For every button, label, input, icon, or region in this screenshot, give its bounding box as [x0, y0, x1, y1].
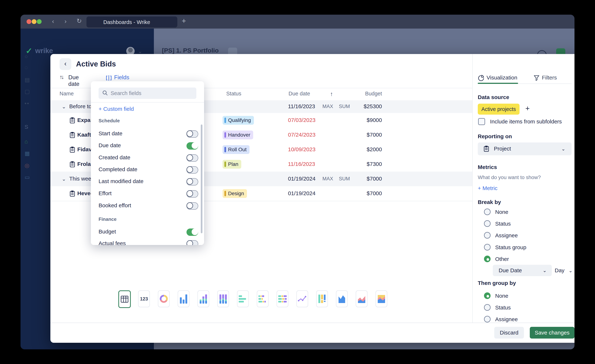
browser-forward-icon[interactable]: ›	[64, 18, 66, 25]
toggle-budget[interactable]	[186, 229, 198, 236]
search-input[interactable]: Search fields	[99, 88, 196, 99]
then-group-radio-assignee[interactable]	[484, 316, 491, 322]
toggle-knob	[186, 130, 193, 137]
stacked-area-100-icon	[377, 295, 385, 303]
chart-type-stacked-column-100[interactable]	[217, 290, 229, 307]
break-by-label-assignee[interactable]: Assignee	[495, 232, 518, 238]
then-group-radio-status[interactable]	[484, 304, 491, 311]
break-by-label-status[interactable]: Status	[495, 221, 511, 227]
chart-type-table[interactable]	[118, 290, 131, 308]
zoom-window-button[interactable]	[37, 19, 42, 24]
toggle-knob	[186, 202, 193, 209]
toggle-completed-date[interactable]	[186, 166, 198, 174]
break-by-label-none[interactable]: None	[495, 209, 508, 215]
break-by-radio-assignee[interactable]	[484, 232, 491, 238]
toggle-created-date[interactable]	[186, 154, 198, 162]
chart-type-donut[interactable]	[158, 290, 170, 307]
include-subfolders-checkbox[interactable]	[478, 118, 485, 125]
break-by-radio-status-group[interactable]	[484, 244, 491, 251]
then-group-label-assignee[interactable]: Assignee	[495, 316, 518, 322]
new-tab-button[interactable]: +	[182, 17, 186, 25]
break-by-label-status-group[interactable]: Status group	[495, 244, 526, 251]
close-window-button[interactable]	[27, 19, 31, 24]
status-badge[interactable]: Design	[223, 189, 247, 198]
due-date-cell[interactable]: 07/03/2023	[288, 117, 315, 123]
chart-type-stacked-area[interactable]	[356, 290, 368, 307]
other-field-select[interactable]: Due Date ⌄	[493, 265, 552, 276]
aggregation-max[interactable]: MAX	[322, 176, 333, 182]
other-field-value: Due Date	[499, 267, 522, 273]
search-icon: ○	[25, 53, 28, 60]
chart-type-area[interactable]	[336, 290, 348, 307]
due-date-cell[interactable]: 10/09/2023	[288, 146, 315, 153]
toggle-knob	[186, 190, 193, 197]
break-by-radio-other[interactable]	[484, 256, 491, 262]
sort-ascending-icon[interactable]: ↑	[330, 91, 333, 98]
granularity-select[interactable]: Day ⌄	[555, 267, 573, 273]
chart-type-stacked-bar-100[interactable]	[277, 290, 288, 307]
back-button[interactable]: ‹	[60, 58, 71, 70]
column-header-name[interactable]: Name	[60, 91, 74, 97]
browser-tab-title: Dashboards - Wrike	[103, 19, 150, 25]
scrollbar-thumb[interactable]	[201, 125, 202, 233]
chart-type-column[interactable]	[178, 290, 189, 307]
break-by-radio-none[interactable]	[484, 209, 491, 215]
status-badge[interactable]: Handover	[223, 131, 253, 139]
due-date-cell[interactable]: 11/16/2023	[288, 161, 315, 167]
field-label-effort: Effort	[99, 190, 112, 196]
column-header-budget[interactable]: Budget	[345, 91, 382, 97]
break-by-radio-status[interactable]	[484, 220, 491, 227]
column-header-due-date[interactable]: Due date	[289, 91, 310, 97]
budget-cell[interactable]: $2000	[338, 146, 382, 153]
budget-cell[interactable]: $7300	[338, 161, 382, 167]
chevron-down-icon: ⌄	[561, 146, 565, 152]
chevron-down-icon[interactable]: ⌄	[62, 176, 66, 182]
add-metric-button[interactable]: + Metric	[478, 185, 497, 191]
chevron-down-icon[interactable]: ⌄	[62, 104, 66, 110]
status-badge[interactable]: Plan	[223, 160, 241, 169]
browser-refresh-icon[interactable]: ↻	[77, 17, 82, 25]
minimize-window-button[interactable]	[32, 19, 36, 24]
due-date-cell[interactable]: 01/19/2024	[288, 190, 315, 196]
toggle-due-date[interactable]	[186, 142, 198, 150]
chart-type-mekko[interactable]	[316, 290, 328, 307]
then-group-label-status[interactable]: Status	[495, 304, 511, 311]
toggle-actual-fees[interactable]	[186, 240, 198, 245]
chart-type-line[interactable]	[296, 290, 308, 307]
status-badge[interactable]: Qualifying	[223, 116, 254, 125]
chart-type-stacked-column[interactable]	[198, 290, 209, 307]
then-group-radio-none[interactable]	[484, 292, 491, 299]
budget-cell[interactable]: $9000	[338, 117, 382, 123]
column-header-status[interactable]: Status	[226, 91, 241, 97]
reporting-on-header: Reporting on	[478, 133, 512, 140]
toggle-last-modified-date[interactable]	[186, 178, 198, 185]
add-custom-field-button[interactable]: + Custom field	[99, 106, 134, 112]
panel-divider	[472, 54, 473, 323]
browser-tab[interactable]: Dashboards - Wrike	[86, 16, 177, 28]
chart-type-stacked-bar[interactable]	[257, 290, 269, 307]
granularity-value: Day	[555, 267, 564, 273]
toggle-effort[interactable]	[186, 190, 198, 197]
chart-type-bar[interactable]	[237, 290, 249, 307]
budget-cell[interactable]: $7000	[338, 132, 382, 138]
browser-back-icon[interactable]: ‹	[52, 18, 54, 25]
data-source-chip[interactable]: Active projects	[478, 104, 519, 115]
reporting-on-select[interactable]: Project ⌄	[478, 142, 572, 155]
chart-type-number[interactable]: 123	[138, 290, 150, 307]
save-changes-button[interactable]: Save changes	[530, 327, 574, 339]
break-by-label-other[interactable]: Other	[495, 256, 509, 262]
aggregation-max[interactable]: MAX	[322, 104, 333, 109]
project-icon	[70, 117, 75, 124]
toggle-start-date[interactable]	[186, 130, 198, 138]
toggle-knob	[192, 142, 198, 149]
field-label-start-date: Start date	[99, 130, 122, 137]
sort-by-due-date-button[interactable]: Due date	[68, 74, 79, 87]
due-date-cell[interactable]: 07/24/2023	[288, 132, 315, 138]
discard-button[interactable]: Discard	[494, 327, 524, 339]
then-group-label-none[interactable]: None	[495, 293, 508, 299]
add-data-source-icon[interactable]: +	[525, 104, 530, 113]
status-badge[interactable]: Roll Out	[223, 145, 249, 154]
chart-type-stacked-area-100[interactable]	[375, 290, 387, 307]
budget-cell[interactable]: $7000	[338, 190, 382, 196]
toggle-booked-effort[interactable]	[186, 202, 198, 210]
